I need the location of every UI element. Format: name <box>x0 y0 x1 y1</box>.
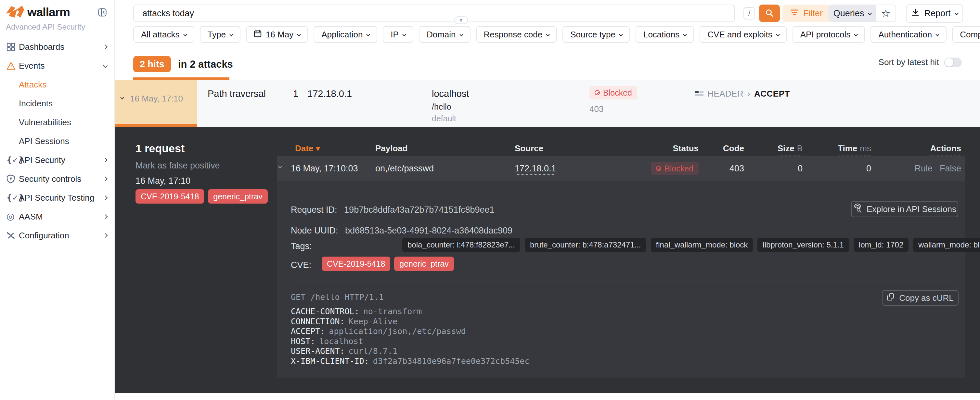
attack-row[interactable]: 16 May, 17:10 Path traversal 1 172.18.0.… <box>115 80 980 127</box>
http-header-line: X-IBM-CLIENT-ID:d3f2a7b34810e96a7fee0e37… <box>291 357 529 367</box>
sidebar-item-attacks[interactable]: Attacks <box>0 75 114 94</box>
sort-desc-icon: ▼ <box>316 146 320 152</box>
sidebar-item-label: AASM <box>19 212 43 222</box>
sidebar-item-label: Attacks <box>19 80 46 90</box>
star-icon: ☆ <box>881 7 891 19</box>
chevron-down-icon <box>776 32 780 36</box>
sidebar-item-api-security-testing[interactable]: {✓} API Security Testing <box>0 188 114 207</box>
attack-tag-chips: CVE-2019-5418 generic_ptrav <box>135 189 268 204</box>
attack-path: /hello <box>432 102 451 112</box>
requests-count: 1 request <box>135 142 185 155</box>
sidebar-item-incidents[interactable]: Incidents <box>0 94 114 113</box>
sidebar-item-api-sessions[interactable]: API Sessions <box>0 132 114 151</box>
filter-chip-api-protocols[interactable]: API protocols <box>792 26 865 43</box>
sidebar-item-vulnerabilities[interactable]: Vulnerabilities <box>0 113 114 132</box>
attack-hits-count: 1 <box>293 88 298 99</box>
attack-tag-chip[interactable]: CVE-2019-5418 <box>135 189 204 204</box>
tag-chip[interactable]: bola_counter: i:478:f82823e7... <box>402 238 520 252</box>
request-id-label: Request ID: <box>291 205 337 215</box>
tag-chip[interactable]: wallarm_mode: block <box>913 238 980 252</box>
blocked-icon <box>656 166 661 171</box>
filter-chip-compare-to[interactable]: Compare to... <box>952 26 980 43</box>
mark-false-positive-link[interactable]: Mark as false positive <box>135 161 220 171</box>
attack-tag-chip[interactable]: generic_ptrav <box>208 189 267 204</box>
cve-label: CVE: <box>291 260 311 270</box>
filter-chip-domain[interactable]: Domain <box>419 26 471 43</box>
http-header-line: CONNECTION:Keep-Alive <box>291 317 529 327</box>
chevron-down-icon <box>229 32 233 36</box>
chip-label: 16 May <box>266 30 293 40</box>
filter-button[interactable]: Filter <box>783 5 830 22</box>
tag-chip[interactable]: libproton_version: 5.1.1 <box>757 238 849 252</box>
filter-chip-cve-and-exploits[interactable]: CVE and exploits <box>700 26 787 43</box>
filter-chip-locations[interactable]: Locations <box>636 26 694 43</box>
search-button[interactable] <box>759 5 780 22</box>
filter-chip-date[interactable]: 16 May <box>246 26 308 43</box>
filter-chip-ip[interactable]: IP <box>383 26 413 43</box>
chevron-right-icon <box>103 196 108 200</box>
breadcrumb-separator: › <box>747 89 750 99</box>
collapse-searchbar-handle[interactable] <box>454 16 468 24</box>
chevron-down-icon <box>854 32 858 36</box>
chevron-down-icon <box>955 11 958 15</box>
copy-as-curl-button[interactable]: Copy as cURL <box>882 290 959 306</box>
chevron-down-icon <box>120 96 124 99</box>
filter-chip-source-type[interactable]: Source type <box>562 26 630 43</box>
report-label: Report <box>924 8 950 19</box>
http-headers-block: CACHE-CONTROL:no-transform CONNECTION:Ke… <box>291 307 529 366</box>
sidebar-item-api-security[interactable]: {✓} API Security <box>0 151 114 169</box>
queries-label: Queries <box>834 8 864 19</box>
product-tagline: Advanced API Security <box>0 22 114 32</box>
column-header-size[interactable]: SizeB <box>778 143 803 153</box>
sidebar-item-dashboards[interactable]: Dashboards <box>0 37 114 56</box>
sidebar-item-label: Incidents <box>19 99 52 108</box>
collapse-sidebar-icon[interactable] <box>98 8 107 17</box>
filter-chip-authentication[interactable]: Authentication <box>870 26 947 43</box>
filter-icon <box>790 8 799 19</box>
tag-chip[interactable]: final_wallarm_mode: block <box>651 238 753 252</box>
request-payload: on,/etc/passwd <box>375 164 434 174</box>
node-uuid-label: Node UUID: <box>291 226 338 236</box>
fingerprint-search-icon <box>853 204 862 215</box>
action-rule-link[interactable]: Rule <box>914 164 932 174</box>
sidebar-item-events[interactable]: Events <box>0 56 114 75</box>
cve-chip[interactable]: CVE-2019-5418 <box>322 257 390 271</box>
cve-chip[interactable]: generic_ptrav <box>394 257 453 271</box>
attack-point-part: HEADER <box>707 89 743 99</box>
sidebar-item-aasm[interactable]: ◎ AASM <box>0 207 114 226</box>
chip-label: Domain <box>426 30 456 40</box>
copy-button-label: Copy as cURL <box>899 293 954 303</box>
active-tab-underline <box>133 77 229 80</box>
filter-chip-all-attacks[interactable]: All attacks <box>133 26 194 43</box>
tag-chip[interactable]: lom_id: 1702 <box>854 238 908 252</box>
sidebar-item-configuration[interactable]: Configuration <box>0 226 114 245</box>
request-actions: Rule False <box>914 164 961 174</box>
chevron-down-icon <box>460 32 463 36</box>
column-header-actions[interactable]: Actions <box>930 143 961 153</box>
queries-button[interactable]: Queries <box>829 5 875 21</box>
sidebar-item-label: Events <box>19 61 45 71</box>
attack-date-cell[interactable]: 16 May, 17:10 <box>115 80 197 127</box>
explore-in-api-sessions-button[interactable]: Explore in API Sessions <box>851 201 958 217</box>
filter-label: Filter <box>803 8 823 19</box>
action-false-link[interactable]: False <box>940 164 961 174</box>
filter-chip-type[interactable]: Type <box>200 26 240 43</box>
column-header-time[interactable]: Timems <box>838 143 871 153</box>
filter-chip-application[interactable]: Application <box>313 26 377 43</box>
attack-response-code: 403 <box>589 104 603 114</box>
favorite-star-button[interactable]: ☆ <box>875 5 896 21</box>
search-input[interactable] <box>133 5 735 22</box>
request-source-ip[interactable]: 172.18.0.1 <box>515 164 556 174</box>
filter-chip-response-code[interactable]: Response code <box>476 26 557 43</box>
sort-by-latest-hit-toggle[interactable] <box>944 57 962 67</box>
chip-label: Locations <box>643 30 679 40</box>
hits-count-badge: 2 hits <box>133 56 171 72</box>
chip-label: CVE and exploits <box>707 30 772 40</box>
attack-point-field: ACCEPT <box>754 89 790 99</box>
node-uuid-row: Node UUID: bd68513a-5e03-4991-8024-a3640… <box>291 226 512 236</box>
report-button[interactable]: Report <box>906 4 963 23</box>
sidebar-item-security-controls[interactable]: Security controls <box>0 169 114 188</box>
column-header-date[interactable]: Date▼ <box>295 143 320 153</box>
sidebar-nav: Dashboards Events Attacks Incidents Vuln… <box>0 37 114 245</box>
tag-chip[interactable]: brute_counter: b:478:a732471... <box>525 238 646 252</box>
